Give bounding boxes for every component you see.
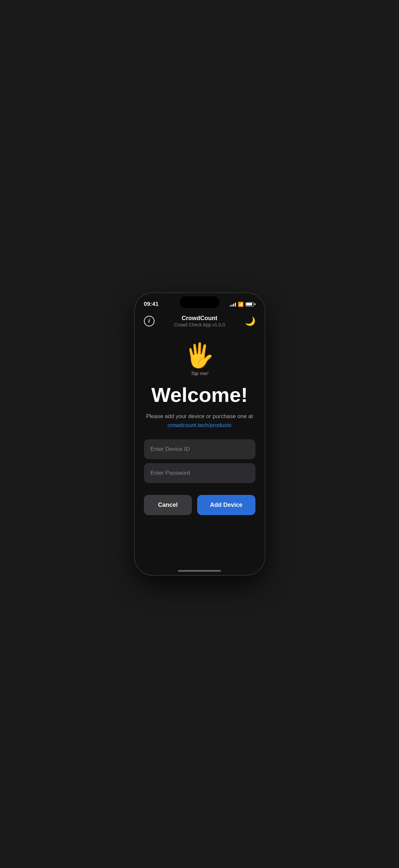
status-bar: 09:41 📶 xyxy=(135,293,265,311)
cancel-button[interactable]: Cancel xyxy=(144,495,192,515)
header-title: CrowdCount Crowd Check App v1.0.0 xyxy=(174,315,225,328)
welcome-heading: Welcome! xyxy=(151,384,248,406)
phone-frame: 09:41 📶 i CrowdCount Crowd Check xyxy=(135,293,265,575)
tap-label: Tap me! xyxy=(191,370,208,376)
status-time: 09:41 xyxy=(144,301,159,308)
add-device-button[interactable]: Add Device xyxy=(197,495,255,515)
home-indicator xyxy=(178,570,221,572)
app-header: i CrowdCount Crowd Check App v1.0.0 🌙 xyxy=(135,311,265,330)
main-content: 🖐 Tap me! Welcome! Please add your devic… xyxy=(135,330,265,515)
hand-icon[interactable]: 🖐 xyxy=(185,343,214,367)
device-id-input[interactable] xyxy=(144,439,256,459)
dynamic-island xyxy=(180,296,219,308)
button-row: Cancel Add Device xyxy=(144,495,256,515)
app-name: CrowdCount xyxy=(174,315,225,322)
subtitle-text: Please add your device or purchase one a… xyxy=(146,412,253,421)
app-version: Crowd Check App v1.0.0 xyxy=(174,322,225,328)
battery-icon xyxy=(245,302,256,307)
product-link[interactable]: crowdcount.tech/products xyxy=(167,422,232,429)
signal-icon xyxy=(230,302,236,307)
info-icon[interactable]: i xyxy=(144,316,155,327)
dark-mode-icon[interactable]: 🌙 xyxy=(245,316,256,327)
status-icons: 📶 xyxy=(230,302,256,307)
password-input[interactable] xyxy=(144,463,256,483)
wifi-icon: 📶 xyxy=(238,302,243,307)
